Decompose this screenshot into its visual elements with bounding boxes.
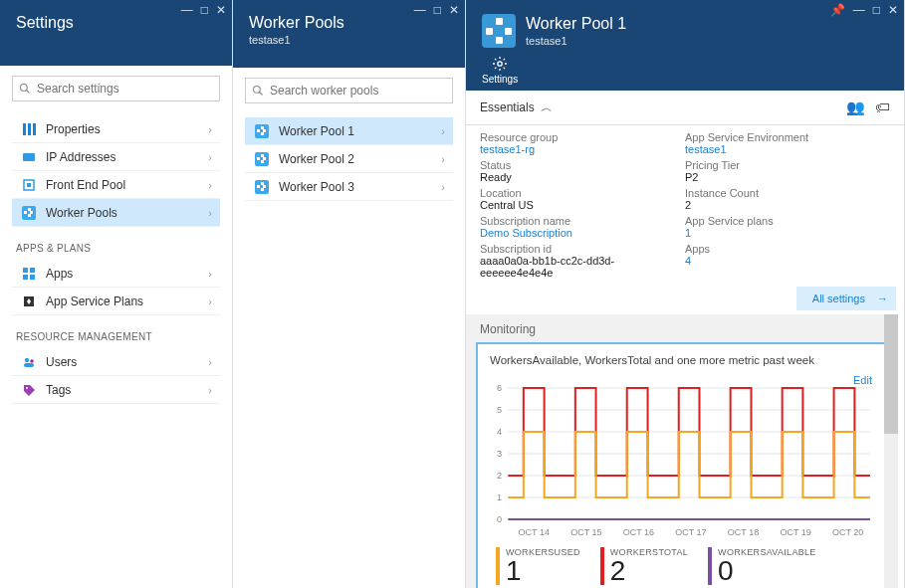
chart-plot: 0123456 [490, 384, 874, 523]
settings-item-front-end-pool[interactable]: Front End Pool› [12, 171, 220, 199]
roles-icon[interactable]: 👥 [846, 98, 865, 116]
worker-pool-item-worker-pool-1[interactable]: Worker Pool 1› [245, 117, 453, 145]
svg-point-19 [254, 87, 261, 94]
all-settings-row: All settings → [466, 285, 904, 314]
maximize-icon[interactable]: □ [873, 4, 880, 16]
chevron-right-icon: › [208, 179, 212, 191]
essentials-value[interactable]: Demo Subscription [480, 227, 685, 239]
essentials-value[interactable]: testase1 [685, 143, 890, 155]
settings-item-apps[interactable]: Apps› [12, 260, 220, 288]
minimize-icon[interactable]: — [414, 4, 426, 16]
search-settings[interactable] [12, 76, 220, 101]
ip-icon [20, 150, 38, 164]
chevron-right-icon: › [441, 125, 445, 137]
gear-icon [492, 56, 508, 72]
svg-text:4: 4 [497, 427, 502, 437]
essentials-value: Central US [480, 199, 685, 211]
svg-rect-5 [23, 153, 35, 161]
chevron-right-icon: › [208, 356, 212, 368]
item-label: Apps [46, 267, 73, 281]
monitoring-section: Monitoring WorkersAvailable, WorkersTota… [466, 314, 898, 588]
pin-icon[interactable]: 📌 [830, 4, 845, 16]
essentials-value[interactable]: testase1-rg [480, 143, 685, 155]
worker-pool-item-worker-pool-3[interactable]: Worker Pool 3› [245, 173, 453, 201]
close-icon[interactable]: ✕ [449, 4, 459, 16]
monitoring-chart-card[interactable]: WorkersAvailable, WorkersTotal and one m… [476, 342, 888, 588]
svg-text:5: 5 [497, 405, 502, 415]
minimize-icon[interactable]: — [853, 4, 865, 16]
chevron-right-icon: › [441, 153, 445, 165]
frontend-icon [20, 178, 38, 192]
item-label: Front End Pool [46, 178, 125, 192]
svg-point-15 [30, 359, 34, 363]
all-settings-label: All settings [804, 290, 873, 307]
maximize-icon[interactable]: □ [434, 4, 441, 16]
item-label: Worker Pool 3 [279, 180, 354, 194]
svg-rect-7 [27, 183, 31, 187]
item-label: Worker Pool 2 [279, 152, 354, 166]
worker-pool-item-worker-pool-2[interactable]: Worker Pool 2› [245, 145, 453, 173]
settings-item-tags[interactable]: Tags› [12, 376, 220, 404]
svg-rect-9 [30, 268, 35, 273]
item-label: App Service Plans [46, 294, 143, 308]
essentials-label: Subscription name [480, 215, 685, 227]
essentials-field-app-service-environment: App Service Environmenttestase1 [685, 131, 890, 155]
maximize-icon[interactable]: □ [201, 4, 208, 16]
worker-pools-blade: — □ ✕ Worker Pools testase1 Worker Pool … [233, 0, 466, 588]
x-tick-label: OCT 14 [519, 527, 550, 537]
settings-item-app-service-plans[interactable]: App Service Plans› [12, 288, 220, 315]
search-settings-input[interactable] [37, 82, 213, 96]
svg-line-20 [260, 93, 263, 96]
settings-blade: — □ ✕ Settings Properties›IP Addresses›F… [0, 0, 233, 588]
essentials-value: 2 [685, 199, 890, 211]
settings-item-ip-addresses[interactable]: IP Addresses› [12, 143, 220, 171]
vertical-scrollbar[interactable] [884, 314, 898, 588]
chart-x-labels: OCT 14OCT 15OCT 16OCT 17OCT 18OCT 19OCT … [490, 527, 874, 537]
worker-icon [253, 180, 271, 194]
essentials-label: Resource group [480, 131, 685, 143]
window-controls: 📌 — □ ✕ [830, 4, 898, 16]
metric-value: 0 [718, 557, 816, 585]
settings-action[interactable]: Settings [482, 56, 518, 85]
x-tick-label: OCT 17 [675, 527, 706, 537]
x-tick-label: OCT 19 [780, 527, 810, 537]
svg-text:1: 1 [497, 492, 502, 502]
close-icon[interactable]: ✕ [888, 4, 898, 16]
scrollbar-thumb[interactable] [884, 314, 898, 434]
essentials-label: Status [480, 159, 685, 171]
search-worker-pools-input[interactable] [270, 84, 446, 98]
svg-line-1 [27, 91, 30, 94]
properties-icon [20, 122, 38, 136]
item-label: Worker Pool 1 [279, 124, 354, 138]
essentials-label: Pricing Tier [685, 159, 890, 171]
essentials-value[interactable]: 4 [685, 255, 890, 267]
section-apps-plans: APPS & PLANS [16, 243, 220, 254]
settings-item-users[interactable]: Users› [12, 348, 220, 376]
settings-item-properties[interactable]: Properties› [12, 115, 220, 143]
svg-rect-8 [23, 268, 28, 273]
worker-pool-icon [482, 14, 516, 48]
settings-item-worker-pools[interactable]: Worker Pools› [12, 199, 220, 227]
essentials-label: Location [480, 187, 685, 199]
settings-header: — □ ✕ Settings [0, 0, 232, 66]
search-icon [19, 83, 31, 95]
x-tick-label: OCT 16 [623, 527, 654, 537]
tags-icon [20, 383, 38, 397]
essentials-field-instance-count: Instance Count2 [685, 187, 890, 211]
search-worker-pools[interactable] [245, 78, 453, 103]
tag-icon[interactable]: 🏷 [875, 98, 890, 116]
svg-marker-17 [24, 385, 35, 396]
all-settings-button[interactable]: All settings → [796, 287, 896, 310]
x-tick-label: OCT 15 [570, 527, 601, 537]
svg-rect-4 [33, 123, 36, 135]
chevron-right-icon: › [208, 151, 212, 163]
item-label: Properties [46, 122, 101, 136]
essentials-value[interactable]: 1 [685, 227, 890, 239]
minimize-icon[interactable]: — [181, 4, 193, 16]
chevron-up-icon: ︿ [541, 99, 553, 116]
essentials-label: Essentials [480, 100, 535, 114]
close-icon[interactable]: ✕ [216, 4, 226, 16]
chart-svg: 0123456 [490, 384, 874, 523]
essentials-field-subscription-id: Subscription idaaaa0a0a-bb1b-cc2c-dd3d-e… [480, 243, 685, 279]
essentials-toggle[interactable]: Essentials ︿ 👥 🏷 [466, 91, 904, 125]
